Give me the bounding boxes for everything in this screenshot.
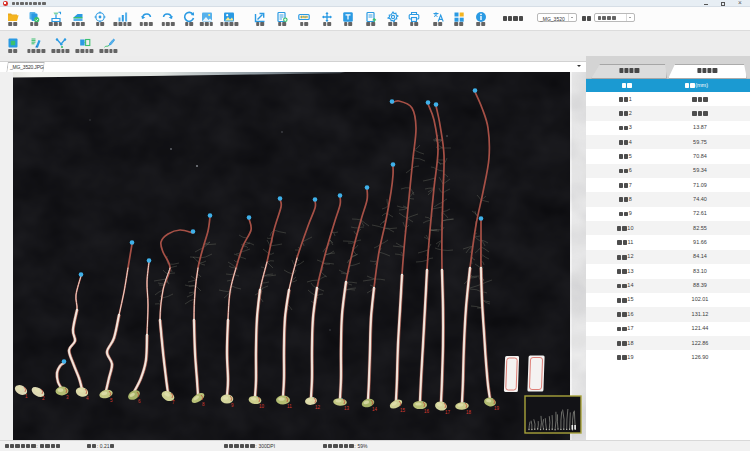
- svg-text:13: 13: [344, 406, 350, 411]
- svg-text:11: 11: [287, 404, 292, 409]
- svg-text:12: 12: [315, 405, 321, 410]
- svg-text:14: 14: [372, 407, 378, 412]
- svg-text:18: 18: [466, 410, 472, 415]
- svg-text:10: 10: [259, 404, 265, 409]
- svg-text:15: 15: [400, 408, 406, 413]
- svg-text:17: 17: [445, 410, 451, 415]
- svg-text:19: 19: [494, 406, 500, 411]
- svg-text:16: 16: [424, 409, 430, 414]
